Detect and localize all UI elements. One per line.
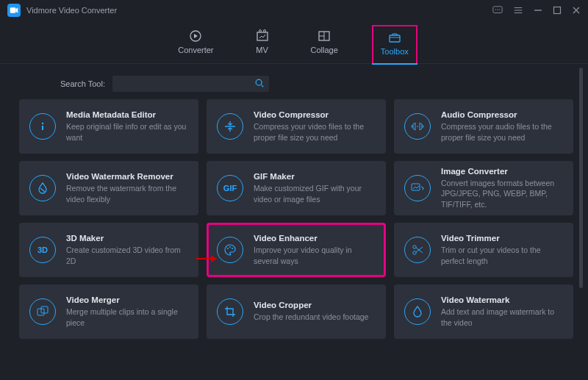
crop-icon — [217, 298, 243, 325]
search-box[interactable] — [112, 76, 269, 92]
card-title: GIF Maker — [254, 172, 376, 181]
gif-icon: GIF — [217, 175, 243, 201]
titlebar: Vidmore Video Converter — [0, 0, 588, 21]
card-video-cropper[interactable]: Video CropperCrop the redundant video fo… — [207, 284, 386, 339]
card-desc: Convert images formats between JPG/JPEG,… — [441, 178, 563, 209]
card-title: Video Cropper — [254, 301, 376, 309]
svg-point-3 — [497, 9, 498, 10]
card-video-enhancer[interactable]: Video EnhancerImprove your video quality… — [207, 223, 386, 277]
svg-point-15 — [227, 248, 229, 249]
card-title: Video Trimmer — [441, 234, 563, 243]
tab-mv[interactable]: MV — [248, 25, 277, 63]
svg-point-18 — [413, 245, 416, 248]
card-desc: Add text and image watermark to the vide… — [441, 306, 563, 327]
image-convert-icon — [404, 175, 431, 201]
card-desc: Merge multiple clips into a single piece — [66, 306, 188, 327]
minimize-button[interactable] — [534, 6, 542, 15]
search-row: Search Tool: — [0, 64, 588, 99]
card-3d-maker[interactable]: 3D 3D MakerCreate customized 3D video fr… — [19, 223, 198, 277]
card-audio-compressor[interactable]: Audio CompressorCompress your audio file… — [394, 99, 573, 154]
svg-point-17 — [232, 248, 233, 249]
card-desc: Compress your audio files to the proper … — [441, 121, 563, 142]
merger-icon — [29, 298, 56, 325]
tab-label: MV — [256, 46, 268, 54]
card-title: Media Metadata Editor — [66, 110, 188, 119]
scrollbar-thumb[interactable] — [579, 68, 583, 288]
card-gif-maker[interactable]: GIF GIF MakerMake customized GIF with yo… — [207, 161, 386, 215]
tab-label: Toolbox — [381, 47, 409, 56]
card-title: Video Compressor — [254, 110, 376, 119]
card-desc: Improve your video quality in several wa… — [254, 245, 376, 265]
card-video-watermark[interactable]: Video WatermarkAdd text and image waterm… — [394, 284, 573, 339]
svg-rect-0 — [10, 7, 16, 13]
3d-icon: 3D — [29, 237, 56, 263]
svg-rect-11 — [390, 35, 400, 42]
card-title: Video Watermark Remover — [66, 172, 188, 181]
tab-collage[interactable]: Collage — [304, 25, 345, 63]
svg-point-4 — [499, 9, 500, 10]
scrollbar[interactable] — [579, 68, 583, 332]
card-desc: Compress your video files to the proper … — [254, 121, 376, 142]
tab-toolbox[interactable]: Toolbox — [372, 25, 417, 63]
card-video-trimmer[interactable]: Video TrimmerTrim or cut your videos to … — [394, 223, 573, 277]
collage-icon — [317, 29, 331, 43]
card-title: 3D Maker — [66, 234, 188, 243]
card-title: Video Watermark — [441, 295, 563, 304]
card-media-metadata-editor[interactable]: Media Metadata EditorKeep original file … — [19, 99, 198, 154]
card-video-watermark-remover[interactable]: Video Watermark RemoverRemove the waterm… — [19, 161, 198, 215]
card-image-converter[interactable]: Image ConverterConvert images formats be… — [394, 161, 573, 215]
nav-tabs: Converter MV Collage Toolbox — [0, 21, 588, 64]
svg-point-8 — [259, 30, 261, 32]
palette-icon — [217, 237, 243, 263]
search-input[interactable] — [112, 79, 269, 88]
svg-rect-5 — [554, 7, 561, 14]
mv-icon — [255, 29, 270, 43]
tab-converter[interactable]: Converter — [171, 25, 220, 63]
card-desc: Make customized GIF with your video or i… — [254, 183, 376, 204]
card-title: Audio Compressor — [441, 110, 563, 119]
card-desc: Keep original file info or edit as you w… — [66, 121, 188, 142]
svg-point-13 — [42, 123, 44, 125]
app-icon — [7, 4, 21, 17]
svg-point-2 — [495, 9, 496, 10]
card-desc: Trim or cut your videos to the perfect l… — [441, 245, 563, 265]
droplet-icon — [404, 298, 431, 325]
svg-point-12 — [256, 79, 262, 85]
tool-grid: Media Metadata EditorKeep original file … — [19, 99, 569, 339]
scissors-icon — [404, 237, 431, 263]
card-video-merger[interactable]: Video MergerMerge multiple clips into a … — [19, 284, 198, 339]
compress-icon — [217, 113, 243, 140]
feedback-icon[interactable] — [492, 5, 503, 15]
search-icon[interactable] — [254, 78, 265, 88]
search-label: Search Tool: — [60, 79, 105, 88]
card-desc: Crop the redundant video footage — [254, 312, 376, 322]
card-title: Video Merger — [66, 295, 188, 304]
menu-icon[interactable] — [513, 5, 523, 15]
app-title: Vidmore Video Converter — [26, 6, 117, 15]
converter-icon — [188, 29, 203, 43]
card-title: Image Converter — [441, 167, 563, 176]
maximize-button[interactable] — [553, 6, 562, 15]
card-desc: Remove the watermark from the video flex… — [66, 183, 188, 204]
card-title: Video Enhancer — [254, 234, 376, 243]
svg-point-9 — [263, 30, 265, 32]
card-video-compressor[interactable]: Video CompressorCompress your video file… — [207, 99, 386, 154]
tab-label: Converter — [178, 46, 213, 54]
card-desc: Create customized 3D video from 2D — [66, 245, 188, 265]
close-button[interactable] — [572, 6, 581, 15]
audio-compress-icon — [404, 113, 431, 140]
svg-point-19 — [413, 251, 416, 254]
info-icon — [29, 113, 56, 140]
droplet-remove-icon — [29, 175, 56, 201]
svg-point-16 — [229, 246, 231, 248]
toolbox-icon — [387, 31, 402, 44]
tab-label: Collage — [311, 46, 338, 54]
